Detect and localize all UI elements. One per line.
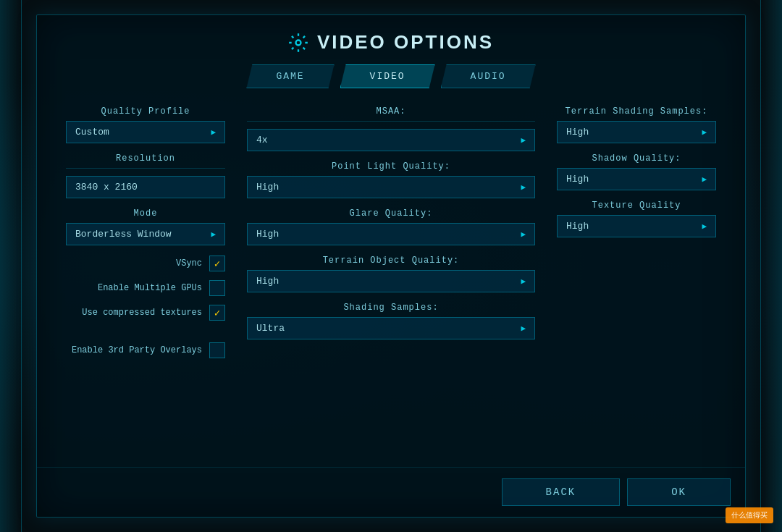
msaa-divider: [247, 121, 535, 122]
multiple-gpus-row: Enable Multiple GPUs: [66, 280, 225, 296]
quality-profile-arrow: ▶: [211, 127, 216, 137]
bottom-bar: Back OK: [37, 467, 745, 517]
quality-profile-dropdown[interactable]: Custom ▶: [66, 121, 225, 143]
back-button[interactable]: Back: [502, 478, 621, 506]
compressed-textures-checkbox[interactable]: [209, 305, 225, 321]
texture-quality-dropdown[interactable]: High ▶: [557, 215, 716, 237]
ok-button[interactable]: OK: [627, 478, 731, 506]
header: Video Options: [37, 15, 745, 64]
shadow-quality-arrow: ▶: [702, 174, 707, 184]
compressed-textures-row: Use compressed textures: [66, 305, 225, 321]
main-panel: Video Options GAME VIDEO AUDIO Quality P…: [36, 14, 746, 518]
tab-audio[interactable]: AUDIO: [441, 64, 536, 88]
center-column: MSAA: 4x ▶ Point Light Quality: High ▶ G…: [247, 106, 535, 367]
shading-samples-arrow: ▶: [521, 324, 526, 333]
terrain-shading-label: Terrain Shading Samples:: [557, 106, 716, 117]
mode-value: Borderless Window: [75, 229, 172, 240]
left-decoration: [0, 0, 22, 532]
point-light-label: Point Light Quality:: [247, 161, 535, 172]
glare-value: High: [256, 229, 279, 240]
shadow-quality-label: Shadow Quality:: [557, 153, 716, 164]
terrain-shading-value: High: [566, 127, 589, 138]
point-light-value: High: [256, 182, 279, 193]
multiple-gpus-checkbox[interactable]: [209, 280, 225, 296]
texture-quality-label: Texture Quality: [557, 200, 716, 211]
mode-arrow: ▶: [211, 229, 216, 239]
glare-dropdown[interactable]: High ▶: [247, 223, 535, 245]
terrain-shading-arrow: ▶: [702, 127, 707, 137]
glare-label: Glare Quality:: [247, 208, 535, 219]
msaa-label: MSAA:: [247, 106, 535, 117]
resolution-label: Resolution: [66, 153, 225, 164]
terrain-object-value: High: [256, 276, 279, 287]
third-party-checkbox[interactable]: [209, 342, 225, 358]
shadow-quality-dropdown[interactable]: High ▶: [557, 168, 716, 190]
resolution-divider: [66, 168, 225, 169]
quality-profile-value: Custom: [75, 127, 109, 138]
shading-samples-value: Ultra: [256, 323, 285, 334]
multiple-gpus-label: Enable Multiple GPUs: [98, 283, 202, 293]
shadow-quality-value: High: [566, 174, 589, 185]
right-decoration: [760, 0, 782, 532]
vsync-row: VSync: [66, 256, 225, 271]
resolution-dropdown[interactable]: 3840 x 2160: [66, 176, 225, 198]
texture-quality-value: High: [566, 221, 589, 232]
terrain-object-arrow: ▶: [521, 276, 526, 286]
resolution-value: 3840 x 2160: [75, 182, 138, 193]
texture-quality-arrow: ▶: [702, 221, 707, 231]
point-light-arrow: ▶: [521, 182, 526, 192]
terrain-shading-dropdown[interactable]: High ▶: [557, 121, 716, 143]
quality-profile-label: Quality Profile: [66, 106, 225, 117]
terrain-object-label: Terrain Object Quality:: [247, 256, 535, 266]
page-title: Video Options: [317, 31, 494, 54]
settings-icon: [288, 33, 308, 53]
point-light-dropdown[interactable]: High ▶: [247, 176, 535, 198]
msaa-dropdown[interactable]: 4x ▶: [247, 129, 535, 151]
msaa-value: 4x: [256, 135, 268, 145]
watermark: 什么值得买: [726, 507, 773, 523]
terrain-object-dropdown[interactable]: High ▶: [247, 270, 535, 292]
tab-game[interactable]: GAME: [246, 64, 334, 88]
compressed-textures-label: Use compressed textures: [82, 308, 202, 318]
vsync-label: VSync: [176, 258, 202, 269]
glare-arrow: ▶: [521, 229, 526, 239]
mode-dropdown[interactable]: Borderless Window ▶: [66, 223, 225, 245]
svg-point-0: [295, 40, 300, 45]
right-column: Terrain Shading Samples: High ▶ Shadow Q…: [557, 106, 716, 367]
vsync-checkbox[interactable]: [209, 256, 225, 271]
shading-samples-dropdown[interactable]: Ultra ▶: [247, 317, 535, 339]
shading-samples-label: Shading Samples:: [247, 303, 535, 313]
content-area: Quality Profile Custom ▶ Resolution 3840…: [37, 106, 745, 367]
msaa-arrow: ▶: [521, 135, 526, 145]
tab-video[interactable]: VIDEO: [340, 64, 435, 88]
tabs-container: GAME VIDEO AUDIO: [37, 64, 745, 88]
third-party-label: Enable 3rd Party Overlays: [72, 345, 202, 355]
mode-label: Mode: [66, 208, 225, 219]
third-party-row: Enable 3rd Party Overlays: [66, 342, 225, 358]
left-column: Quality Profile Custom ▶ Resolution 3840…: [66, 106, 225, 367]
